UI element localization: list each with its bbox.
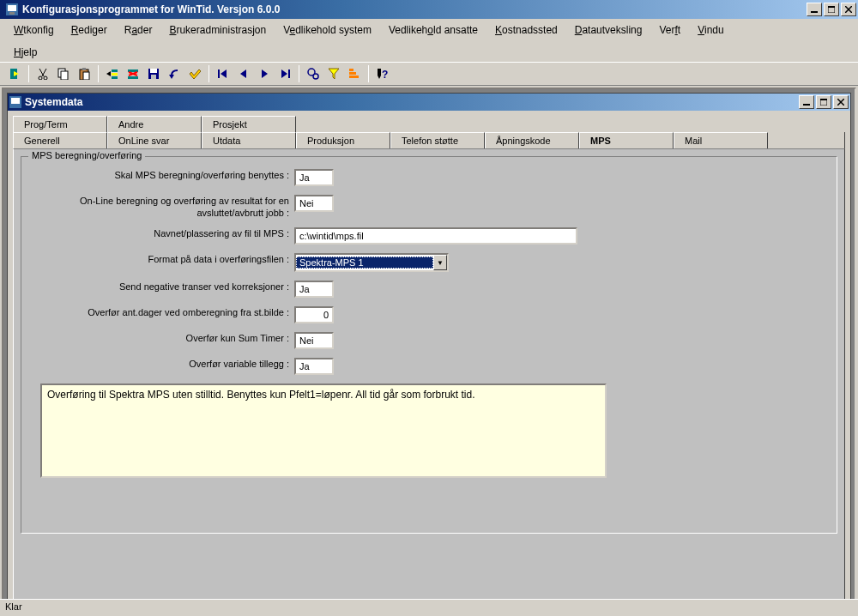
toolbar: ? (0, 62, 858, 86)
svg-marker-44 (378, 69, 381, 79)
menu-kostnadssted[interactable]: Kostnadssted (488, 22, 565, 38)
svg-rect-29 (151, 75, 156, 79)
field-sumtimer[interactable]: Nei (294, 332, 334, 349)
tab-telefonstotte[interactable]: Telefon støtte (390, 132, 485, 148)
main-titlebar: Konfigurasjonsprogrammet for WinTid. Ver… (0, 0, 858, 19)
window-controls (807, 3, 856, 16)
label-online: On-Line beregning og overføring av resul… (28, 195, 294, 219)
child-window-title: Systemdata (21, 96, 799, 108)
child-close-button[interactable] (833, 95, 849, 109)
child-window-icon (9, 96, 21, 108)
tab-blank (768, 132, 845, 148)
svg-rect-3 (811, 11, 818, 13)
sort-icon[interactable] (345, 64, 364, 83)
tab-content-mps: MPS beregning/overføring Skal MPS beregn… (13, 148, 845, 616)
menu-wtkonfig[interactable]: Wtkonfig (7, 22, 61, 38)
label-vartillegg: Overfør variable tillegg : (28, 358, 294, 370)
menu-bar: Wtkonfig Rediger Rader Brukeradministras… (0, 19, 858, 62)
paste-icon[interactable] (75, 64, 94, 83)
delete-row-icon[interactable] (124, 64, 142, 83)
child-maximize-button[interactable] (816, 95, 831, 109)
field-filepath[interactable]: c:\wintid\mps.fil (294, 227, 577, 245)
cut-icon[interactable] (33, 64, 52, 83)
first-icon[interactable] (214, 64, 233, 83)
field-vartillegg[interactable]: Ja (294, 358, 334, 375)
tab-apningskode[interactable]: Åpningskode (485, 132, 579, 148)
svg-rect-2 (9, 12, 15, 15)
menu-hjelp[interactable]: Hjelp (7, 45, 44, 60)
status-bar: Klar (0, 599, 858, 616)
menu-datautveksling[interactable]: Datautveksling (568, 22, 650, 38)
svg-marker-22 (106, 71, 111, 76)
svg-rect-42 (349, 72, 356, 75)
tab-utdata[interactable]: Utdata (202, 132, 296, 148)
menu-rader[interactable]: Rader (118, 22, 160, 38)
svg-point-12 (39, 76, 42, 80)
tab-produksjon[interactable]: Produksjon (296, 132, 390, 148)
menu-vedlikehold-ansatte[interactable]: Vedlikehold ansatte (382, 22, 485, 38)
field-format-select[interactable]: Spektra-MPS 1 ▼ (294, 253, 449, 272)
field-online[interactable]: Nei (294, 195, 334, 212)
last-icon[interactable] (275, 64, 294, 83)
tab-onlinesvar[interactable]: OnLine svar (107, 132, 202, 148)
svg-rect-28 (150, 69, 157, 73)
svg-rect-15 (61, 71, 68, 80)
svg-marker-35 (262, 69, 268, 78)
close-button[interactable] (841, 3, 856, 16)
label-format: Format på data i overføringsfilen : (28, 253, 294, 265)
field-days[interactable]: 0 (294, 306, 334, 323)
tab-andre[interactable]: Andre (107, 116, 202, 132)
mps-fieldset: MPS beregning/overføring Skal MPS beregn… (21, 156, 837, 534)
svg-point-39 (313, 74, 318, 79)
svg-rect-50 (820, 99, 827, 100)
svg-line-11 (42, 69, 46, 76)
help-icon[interactable]: ? (373, 64, 392, 83)
menu-vedlikehold-system[interactable]: Vedlikehold system (276, 22, 378, 38)
svg-marker-33 (221, 69, 227, 78)
svg-rect-1 (8, 5, 16, 11)
find-icon[interactable] (304, 64, 323, 83)
window-title: Konfigurasjonsprogrammet for WinTid. Ver… (22, 3, 807, 15)
tool-exit-icon[interactable] (5, 64, 24, 83)
select-value: Spektra-MPS 1 (296, 257, 433, 269)
filter-icon[interactable] (324, 64, 343, 83)
menu-rediger[interactable]: Rediger (64, 22, 114, 38)
tab-row-2: Generell OnLine svar Utdata Produksjon T… (8, 132, 850, 148)
tab-mps[interactable]: MPS (579, 132, 674, 148)
svg-rect-37 (288, 69, 290, 78)
status-text: Klar (5, 601, 22, 612)
tab-mail[interactable]: Mail (674, 132, 768, 148)
field-use-mps[interactable]: Ja (294, 169, 334, 186)
undo-icon[interactable] (165, 64, 184, 83)
insert-row-icon[interactable] (103, 64, 122, 83)
child-titlebar: Systemdata (8, 94, 850, 111)
toolbar-separator (368, 65, 369, 82)
menu-brukeradmin[interactable]: Brukeradministrasjon (162, 22, 273, 38)
tab-prosjekt[interactable]: Prosjekt (202, 116, 296, 132)
apply-icon[interactable] (185, 64, 204, 83)
menu-verft[interactable]: Verft (652, 22, 687, 38)
toolbar-separator (28, 65, 29, 82)
svg-rect-32 (218, 69, 220, 78)
svg-rect-21 (112, 76, 118, 79)
svg-rect-5 (828, 6, 835, 8)
minimize-button[interactable] (807, 3, 822, 16)
label-negtrans: Send negative transer ved korreksjoner : (28, 281, 294, 293)
toolbar-separator (299, 65, 299, 82)
svg-marker-30 (169, 75, 174, 79)
copy-icon[interactable] (54, 64, 73, 83)
svg-marker-31 (190, 69, 201, 79)
child-window-systemdata: Systemdata Prog/Term Andre Prosjekt Gene… (7, 93, 851, 616)
tab-progterm[interactable]: Prog/Term (13, 116, 107, 132)
tab-generell[interactable]: Generell (13, 132, 107, 148)
menu-vindu[interactable]: Vindu (691, 22, 730, 38)
next-icon[interactable] (255, 64, 274, 83)
save-icon[interactable] (144, 64, 163, 83)
field-negtrans[interactable]: Ja (294, 281, 334, 298)
toolbar-separator (98, 65, 99, 82)
child-minimize-button[interactable] (799, 95, 814, 109)
maximize-button[interactable] (824, 3, 839, 16)
dropdown-icon[interactable]: ▼ (433, 255, 447, 270)
prev-icon[interactable] (234, 64, 253, 83)
label-use-mps: Skal MPS beregning/overføring benyttes : (28, 169, 294, 181)
